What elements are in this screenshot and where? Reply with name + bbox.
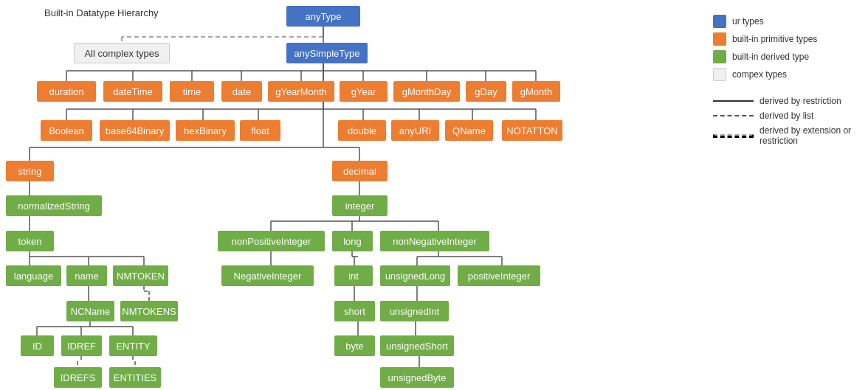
node-ENTITY: ENTITY	[109, 335, 157, 356]
node-int: int	[334, 265, 373, 286]
node-date: date	[221, 81, 262, 102]
node-byte: byte	[334, 335, 375, 356]
node-hexBinary: hexBinary	[176, 120, 235, 141]
node-NMTOKEN: NMTOKEN	[113, 265, 168, 286]
legend-label-green: built-in derived type	[732, 52, 809, 62]
node-IDREFS: IDREFS	[54, 367, 102, 388]
legend-line-solid	[713, 100, 754, 102]
node-decimal: decimal	[332, 161, 388, 181]
legend-item-blue: ur types	[713, 15, 861, 28]
legend-label-orange: built-in primitive types	[732, 34, 817, 44]
diagram-area: Built-in Datatype Hierarchy	[0, 0, 706, 390]
node-IDREF: IDREF	[61, 335, 102, 356]
node-duration: duration	[37, 81, 96, 102]
node-Boolean: Boolean	[41, 120, 92, 141]
legend-color-gray	[713, 68, 726, 81]
node-ENTITIES: ENTITIES	[109, 367, 161, 388]
legend-line-item-dotdash: derived by extension or restriction	[713, 125, 861, 146]
legend-item-green: built-in derived type	[713, 50, 861, 63]
legend-label-solid: derived by restriction	[760, 96, 841, 106]
legend-item-orange: built-in primitive types	[713, 32, 861, 46]
node-dateTime: dateTime	[103, 81, 162, 102]
node-positiveInteger: positiveInteger	[458, 265, 540, 286]
node-language: language	[6, 265, 61, 286]
legend-label-gray: compex types	[732, 69, 787, 80]
node-long: long	[332, 231, 373, 251]
legend-label-dotdash: derived by extension or restriction	[760, 125, 861, 146]
node-nonNegativeInteger: nonNegativeInteger	[380, 231, 489, 251]
diagram-title: Built-in Datatype Hierarchy	[44, 7, 159, 18]
node-double: double	[338, 120, 386, 141]
node-time: time	[170, 81, 214, 102]
node-short: short	[334, 301, 375, 321]
legend-line-dashed	[713, 115, 754, 116]
legend-label-dashed: derived by list	[760, 111, 813, 121]
legend-color-orange	[713, 32, 726, 46]
main-container: Built-in Datatype Hierarchy	[0, 0, 868, 390]
node-gMonthDay: gMonthDay	[393, 81, 460, 102]
node-NegativeInteger: NegativeInteger	[221, 265, 314, 286]
legend-label-blue: ur types	[732, 16, 764, 27]
node-nonPositiveInteger: nonPositiveInteger	[218, 231, 325, 251]
node-name: name	[66, 265, 107, 286]
node-base64Binary: base64Binary	[100, 120, 170, 141]
node-gDay: gDay	[466, 81, 506, 102]
node-unsignedByte: unsignedByte	[380, 367, 454, 388]
node-anyType: anyType	[286, 6, 360, 27]
legend-line-item-solid: derived by restriction	[713, 96, 861, 106]
node-anySimpleType: anySimpleType	[286, 43, 368, 63]
legend-color-green	[713, 50, 726, 63]
node-unsignedShort: unsignedShort	[380, 335, 454, 356]
node-string: string	[6, 161, 54, 181]
legend-line-dotdash	[713, 134, 754, 138]
node-unsignedLong: unsignedLong	[380, 265, 450, 286]
legend-line-item-dashed: derived by list	[713, 111, 861, 121]
node-token: token	[6, 231, 54, 251]
node-allComplex: All complex types	[74, 43, 170, 63]
node-NMTOKENS: NMTOKENS	[120, 301, 178, 321]
node-anyURI: anyURI	[391, 120, 439, 141]
node-gYear: gYear	[340, 81, 388, 102]
node-normalizedString: normalizedString	[6, 195, 102, 216]
legend-area: ur types built-in primitive types built-…	[706, 0, 868, 390]
node-QName: QName	[445, 120, 493, 141]
node-NOTATION: NOTATTON	[502, 120, 562, 141]
node-NCName: NCName	[66, 301, 114, 321]
node-unsignedInt: unsignedInt	[380, 301, 449, 321]
legend-color-blue	[713, 15, 726, 28]
node-ID: ID	[21, 335, 54, 356]
node-gYearMonth: gYearMonth	[268, 81, 334, 102]
node-integer: integer	[332, 195, 388, 216]
node-float: float	[240, 120, 280, 141]
legend-item-gray: compex types	[713, 68, 861, 81]
node-gMonth: gMonth	[512, 81, 560, 102]
